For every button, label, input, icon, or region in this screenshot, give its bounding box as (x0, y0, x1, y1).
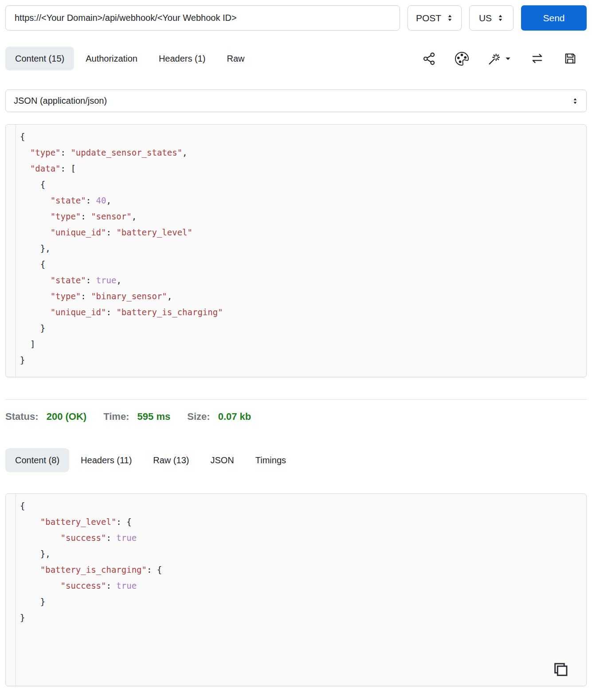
size-value: 0.07 kb (218, 411, 251, 422)
tab-content[interactable]: Content (15) (5, 47, 74, 70)
request-toolbar (422, 52, 587, 66)
tab-response-content[interactable]: Content (8) (5, 448, 69, 472)
swap-arrows-icon (530, 52, 545, 66)
request-body-editor[interactable]: { "type": "update_sensor_states", "data"… (5, 124, 587, 377)
time-value: 595 ms (137, 411, 171, 422)
response-tabs-row: Content (8) Headers (11) Raw (13) JSON T… (5, 448, 587, 472)
tab-response-timings[interactable]: Timings (246, 448, 296, 472)
tab-response-json[interactable]: JSON (200, 448, 243, 472)
palette-icon (455, 52, 469, 66)
request-bar: POST US Send (5, 5, 587, 31)
status-value: 200 (OK) (47, 411, 86, 422)
method-select-value: POST (416, 13, 441, 23)
copy-icon (552, 661, 569, 678)
tab-authorization[interactable]: Authorization (76, 47, 147, 70)
response-body-code: { "battery_level": { "success": true }, … (16, 494, 586, 686)
send-button[interactable]: Send (521, 5, 587, 31)
viewer-gutter (6, 494, 16, 686)
updown-icon (497, 14, 504, 22)
time-label: Time: (103, 411, 129, 422)
magic-wand-button[interactable] (488, 52, 511, 66)
status-stat: Status: 200 (OK) (5, 411, 86, 422)
request-body-code[interactable]: { "type": "update_sensor_states", "data"… (16, 125, 586, 377)
status-label: Status: (5, 411, 39, 422)
time-stat: Time: 595 ms (103, 411, 170, 422)
tab-response-raw[interactable]: Raw (13) (143, 448, 199, 472)
swap-button[interactable] (530, 52, 545, 66)
tab-response-headers[interactable]: Headers (11) (71, 448, 141, 472)
content-type-value: JSON (application/json) (14, 96, 107, 106)
status-bar: Status: 200 (OK) Time: 595 ms Size: 0.07… (5, 411, 587, 422)
size-stat: Size: 0.07 kb (187, 411, 251, 422)
save-button[interactable] (564, 52, 577, 65)
share-icon (422, 52, 436, 66)
region-select-value: US (479, 13, 492, 23)
url-input[interactable] (5, 5, 400, 31)
method-select[interactable]: POST (408, 5, 462, 31)
tab-headers[interactable]: Headers (1) (149, 47, 216, 70)
tab-raw[interactable]: Raw (217, 47, 255, 70)
magic-wand-icon (488, 52, 502, 66)
share-button[interactable] (422, 52, 436, 66)
request-tabs-row: Content (15) Authorization Headers (1) R… (5, 47, 587, 70)
theme-button[interactable] (455, 52, 469, 66)
api-client-page: POST US Send Content (15) Authorization … (0, 0, 592, 700)
region-select[interactable]: US (469, 5, 514, 31)
divider (5, 399, 587, 400)
updown-icon (572, 98, 578, 105)
editor-gutter (6, 125, 16, 377)
content-type-select[interactable]: JSON (application/json) (5, 90, 587, 112)
response-body-viewer: { "battery_level": { "success": true }, … (5, 493, 587, 686)
size-label: Size: (187, 411, 210, 422)
copy-response-button[interactable] (552, 661, 569, 679)
chevron-down-icon (505, 56, 511, 62)
save-icon (564, 52, 577, 65)
updown-icon (447, 14, 453, 22)
